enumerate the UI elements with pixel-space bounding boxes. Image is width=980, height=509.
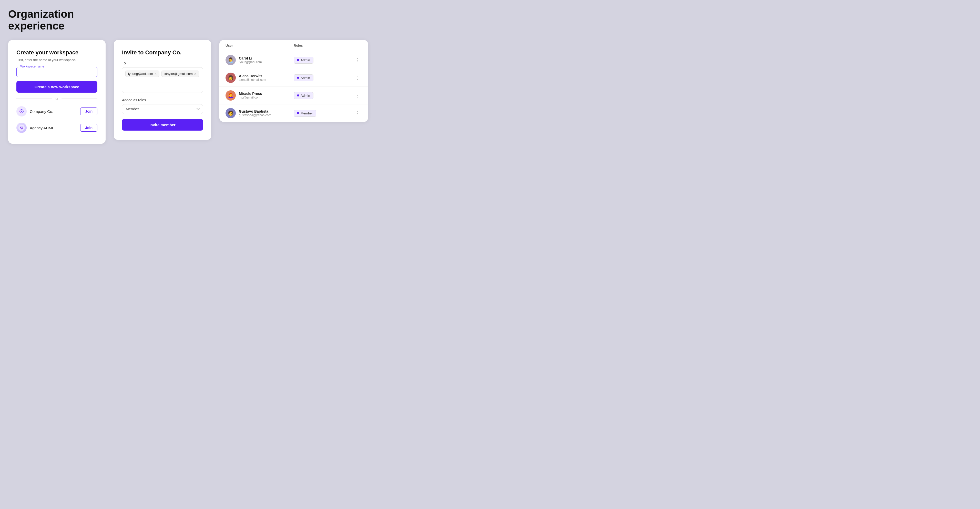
user-details-alena: Alena Herwitz alena@hotmail.com [239,74,266,81]
cards-container: Create your workspace First, enter the n… [8,40,972,144]
user-email-alena: alena@hotmail.com [239,78,266,81]
user-email-carol: lyoung@aol.com [239,60,262,64]
email-tags-row: lyoung@aol.com × xtaylor@gmail.com × [125,70,200,77]
table-header-user: User [226,44,294,48]
workspace-name-input[interactable] [20,69,94,75]
invite-member-button[interactable]: Invite member [122,119,203,131]
user-name-gustavo: Gustavo Baptista [239,109,271,113]
role-cell-gustavo: Member ⋮ [294,109,362,117]
email-tag-lyoung-close[interactable]: × [154,72,157,76]
role-dot-carol [297,59,299,61]
table-row: 🧑 Gustavo Baptista gustavoba@yahoo.com M… [220,104,368,122]
role-label-carol: Admin [301,58,310,62]
avatar-alena: 👩 [226,73,236,83]
user-info-gustavo: 🧑 Gustavo Baptista gustavoba@yahoo.com [226,108,294,118]
role-badge-gustavo: Member [294,110,316,117]
avatar-gustavo: 🧑 [226,108,236,118]
user-name-alena: Alena Herwitz [239,74,266,78]
invite-card: Invite to Company Co. To lyoung@aol.com … [114,40,211,140]
user-name-carol: Carol Li [239,56,262,60]
avatar-carol: 👩‍💼 [226,55,236,65]
table-header: User Roles [220,40,368,51]
role-badge-miracle: Admin [294,92,313,99]
more-options-carol[interactable]: ⋮ [353,56,362,64]
workspace-item-companyco: Company Co. Join [16,105,97,118]
email-tag-xtaylor: xtaylor@gmail.com × [161,70,199,77]
more-options-gustavo[interactable]: ⋮ [353,109,362,117]
user-details-gustavo: Gustavo Baptista gustavoba@yahoo.com [239,109,271,117]
email-tag-xtaylor-close[interactable]: × [194,72,196,76]
workspace-name-input-group: Workspace name [16,67,97,77]
workspace-name-companyco: Company Co. [30,109,77,114]
user-email-miracle: mp@gmail.com [239,96,262,99]
role-dot-gustavo [297,112,299,114]
create-workspace-card: Create your workspace First, enter the n… [8,40,106,144]
svg-point-5 [21,128,22,129]
role-label-gustavo: Member [301,111,313,115]
roles-label: Added as roles [122,98,203,102]
workspace-icon-agencyacme [16,123,27,133]
user-email-gustavo: gustavoba@yahoo.com [239,113,271,117]
more-options-miracle[interactable]: ⋮ [353,92,362,99]
invite-title: Invite to Company Co. [122,49,203,56]
avatar-miracle: 👩‍🦰 [226,90,236,101]
more-options-alena[interactable]: ⋮ [353,74,362,81]
workspace-name-label: Workspace name [19,65,45,68]
join-agencyacme-button[interactable]: Join [80,124,97,132]
role-label-miracle: Admin [301,94,310,97]
create-workspace-title: Create your workspace [16,49,97,56]
svg-point-1 [21,111,22,112]
companyco-logo-icon [18,108,25,115]
user-name-miracle: Miracle Press [239,92,262,96]
role-cell-carol: Admin ⋮ [294,56,362,64]
email-tag-xtaylor-text: xtaylor@gmail.com [164,72,193,76]
user-details-carol: Carol Li lyoung@aol.com [239,56,262,64]
table-row: 👩‍💼 Carol Li lyoung@aol.com Admin ⋮ [220,51,368,69]
agencyacme-logo-icon [18,124,25,131]
workspace-icon-companyco [16,106,27,116]
role-badge-carol: Admin [294,57,313,64]
workspace-name-agencyacme: Agency ACME [30,126,77,130]
to-label: To [122,61,203,65]
create-workspace-subtitle: First, enter the name of your workspace. [16,58,97,62]
email-tag-lyoung-text: lyoung@aol.com [128,72,153,76]
user-details-miracle: Miracle Press mp@gmail.com [239,92,262,99]
role-badge-alena: Admin [294,74,313,81]
workspace-item-agencyacme: Agency ACME Join [16,121,97,134]
users-table-card: User Roles 👩‍💼 Carol Li lyoung@aol.com A… [220,40,368,122]
user-info-carol: 👩‍💼 Carol Li lyoung@aol.com [226,55,294,65]
user-info-miracle: 👩‍🦰 Miracle Press mp@gmail.com [226,90,294,101]
email-tags-box[interactable]: lyoung@aol.com × xtaylor@gmail.com × [122,67,203,93]
divider: or [16,97,97,101]
role-cell-miracle: Admin ⋮ [294,92,362,99]
role-dot-alena [297,77,299,79]
table-row: 👩 Alena Herwitz alena@hotmail.com Admin … [220,69,368,87]
email-tag-lyoung: lyoung@aol.com × [125,70,159,77]
role-select[interactable]: Member Admin Viewer [122,104,203,114]
role-cell-alena: Admin ⋮ [294,74,362,81]
role-dot-miracle [297,94,299,96]
workspace-list: Company Co. Join Agency ACME Join [16,105,97,134]
role-label-alena: Admin [301,76,310,80]
create-workspace-button[interactable]: Create a new workspace [16,81,97,93]
table-header-roles: Roles [294,44,362,48]
table-row: 👩‍🦰 Miracle Press mp@gmail.com Admin ⋮ [220,87,368,104]
user-info-alena: 👩 Alena Herwitz alena@hotmail.com [226,73,294,83]
join-companyco-button[interactable]: Join [80,107,97,115]
page-title: Organization experience [8,8,972,32]
